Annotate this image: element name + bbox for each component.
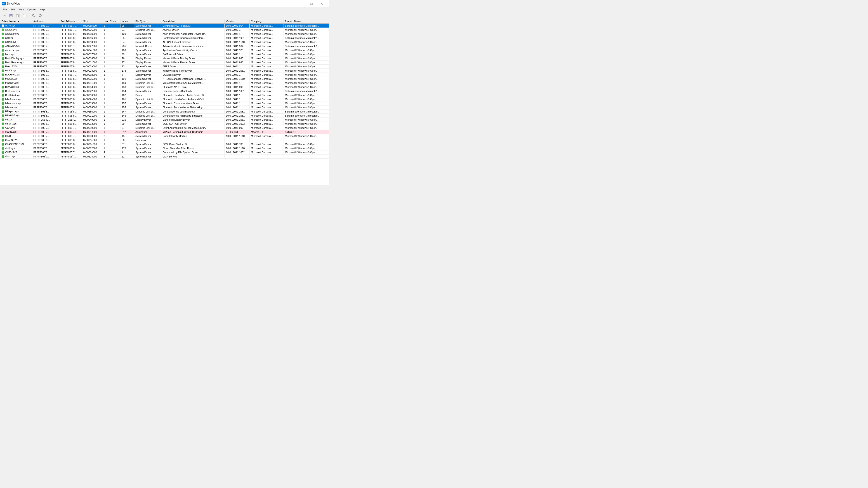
cell-loadcount: 1 [102,113,120,118]
cell-index: 162 [120,93,134,97]
cell-loadcount: 1 [102,64,120,68]
toolbar-save-button[interactable] [8,13,14,19]
driver-name-text: BthA2dp.sys [5,86,19,88]
row-status-icon [2,94,4,97]
cell-company: Microsoft Corpora... [250,101,283,105]
window-controls: — □ ✕ [296,0,327,7]
cell-productname: Sistema operativo Microsoft®... [283,109,329,113]
close-button[interactable]: ✕ [317,0,327,7]
cell-index: 216 [120,118,134,122]
cell-description: Bluetooth Hands-Free Audio and Call... [161,97,225,101]
table-row[interactable]: CimFS.SYSFFFFF805`8...FFFFF805`8...0x000… [0,138,329,142]
driver-name-text: CI.dll [5,135,11,137]
menu-edit[interactable]: Edit [9,8,17,11]
cell-endaddress: FFFFF805`7... [59,44,82,48]
table-row[interactable]: ahcache.sysFFFFF805`8...FFFFF805`8...0x0… [0,48,329,52]
table-row[interactable]: acpipagr.sysFFFFF805`9...FFFFF805`9...0x… [0,32,329,36]
table-row[interactable]: afunix.sysFFFFF805`8...FFFFF805`8...0x00… [0,40,329,44]
table-row[interactable]: BthEnum.sysFFFFF805`8...FFFFF805`8...0x0… [0,89,329,93]
header-size[interactable]: Size [82,19,102,24]
driver-table-container[interactable]: Driver Name ▲ Address End Address Size L… [0,19,329,185]
table-row[interactable]: AgileVpn.sysFFFFF805`7...FFFFF805`7...0x… [0,44,329,48]
table-row[interactable]: Beep.SYSFFFFF805`8...FFFFF805`8...0x0000… [0,64,329,68]
table-row[interactable]: bthmodem.sysFFFFF805`8...FFFFF805`8...0x… [0,101,329,105]
menu-file[interactable]: File [1,8,9,11]
table-row[interactable]: btampm.sysFFFFF805`8...FFFFF805`8...0x00… [0,81,329,85]
driver-name-text: BasicRender.sys [5,61,24,64]
table-row[interactable]: bthhfenum.sysFFFFF805`8...FFFFF805`8...0… [0,97,329,101]
cell-address: FFFFF805`8... [32,109,59,113]
menu-view[interactable]: View [17,8,26,11]
table-row[interactable]: cdd.dllFFFFF25B`E...FFFFF25B`E...0x00049… [0,118,329,122]
row-status-icon [2,65,4,68]
cell-filetype: Dynamic Link Li... [134,85,161,89]
cell-productname: Microsoft® Windows® Oper... [283,48,329,52]
maximize-button[interactable]: □ [306,0,317,7]
table-row[interactable]: CLASSPNP.SYSFFFFF805`8...FFFFF805`8...0x… [0,142,329,146]
cell-index: 161 [120,97,134,101]
cell-version: 10.0.19041.789 [224,142,249,146]
header-company[interactable]: Company [250,19,283,24]
table-row[interactable]: bindflt.sysFFFFF805`8...FFFFF805`8...0x0… [0,69,329,73]
menu-options[interactable]: Options [26,8,38,11]
cell-index: 11 [120,155,134,159]
driver-name-text: afunix.sys [5,40,16,43]
cell-size: 0x00032000 [82,122,102,126]
table-row[interactable]: bam.sysFFFFF805`8...FFFFF805`8...0x00017… [0,52,329,56]
table-row[interactable]: CEA.sysFFFFF805`7...FFFFF805`7...0x00019… [0,126,329,130]
cell-productname: Sistema operativo Microsoft®... [283,89,329,93]
header-driver-name[interactable]: Driver Name ▲ [0,19,32,24]
header-load-count[interactable]: Load Count [102,19,120,24]
toolbar-search-button[interactable] [30,13,37,19]
table-row[interactable]: BOOTVID.dllFFFFF805`7...FFFFF805`7...0x0… [0,73,329,77]
header-index[interactable]: Index [120,19,134,24]
table-row[interactable]: BTHport.sysFFFFF805`8...FFFFF805`8...0x0… [0,109,329,113]
toolbar-new-button[interactable] [1,13,7,19]
cell-company: Microsoft Corpora... [250,105,283,109]
toolbar-folder-button[interactable] [22,13,28,19]
cell-company: Microsoft Corpora... [250,60,283,64]
cell-productname: Microsoft® Windows® Oper... [283,142,329,146]
header-file-type[interactable]: File Type [134,19,161,24]
header-address[interactable]: Address [32,19,59,24]
toolbar-refresh-button[interactable] [37,13,43,19]
cell-description: Canonical Display Driver [161,118,225,122]
table-row[interactable]: bowser.sysFFFFF805`8...FFFFF805`8...0x00… [0,77,329,81]
cell-size: 0x00016000 [82,93,102,97]
table-row[interactable]: ACPI.sysFFFFF805`7...FFFFF805`7...0x000c… [0,24,329,28]
cell-company: Microsoft Corpora... [250,97,283,101]
driver-table: Driver Name ▲ Address End Address Size L… [0,19,329,159]
row-status-icon [2,61,4,64]
table-row[interactable]: BasicDisplay.sysFFFFF805`8...FFFFF805`8.… [0,56,329,60]
table-row[interactable]: bthpan.sysFFFFF805`8...FFFFF805`8...0x00… [0,105,329,109]
table-row[interactable]: CLFS.SYSFFFFF805`7...FFFFF805`7...0x0006… [0,150,329,154]
cell-version: 10.0.19041.1081 [224,109,249,113]
minimize-button[interactable]: — [296,0,306,7]
cell-address: FFFFF805`7... [32,134,59,138]
table-row[interactable]: cdrom.sysFFFFF805`8...FFFFF805`8...0x000… [0,122,329,126]
table-row[interactable]: acpiex.sysFFFFF805`7...FFFFF805`7...0x00… [0,28,329,32]
cell-endaddress: FFFFF805`8... [59,89,82,93]
cell-company: Microsoft Corpora... [250,24,283,28]
header-end-address[interactable]: End Address [59,19,82,24]
table-row[interactable]: clnsp.sysFFFFF805`7...FFFFF805`7...0x001… [0,155,329,159]
cell-size: 0x0004e000 [82,48,102,52]
table-row[interactable]: CI.dllFFFFF805`7...FFFFF805`7...0x000e30… [0,134,329,138]
header-description[interactable]: Description [161,19,225,24]
table-row[interactable]: BthA2dp.sysFFFFF805`8...FFFFF805`8...0x0… [0,85,329,89]
header-product-name[interactable]: Product Name [283,19,329,24]
table-row[interactable]: cfwids.sysFFFFF805`7...FFFFF805`7...0x00… [0,130,329,134]
cell-endaddress: FFFFF805`8... [59,85,82,89]
table-row[interactable]: afd.sysFFFFF805`8...FFFFF805`8...0x000a6… [0,36,329,40]
table-row[interactable]: BthHfAud.sysFFFFF805`8...FFFFF805`8...0x… [0,93,329,97]
menu-help[interactable]: Help [38,8,46,11]
header-version[interactable]: Version [224,19,249,24]
table-row[interactable]: BasicRender.sysFFFFF805`8...FFFFF805`8..… [0,60,329,64]
cell-description: Controlador de función suplementari... [161,36,225,40]
cell-description: BAM Kernel Driver [161,52,225,56]
table-row[interactable]: cldflt.sysFFFFF805`8...FFFFF805`8...0x00… [0,146,329,150]
table-row[interactable]: BTHUSB.sysFFFFF805`8...FFFFF805`8...0x00… [0,113,329,118]
toolbar-copy-button[interactable] [15,13,21,19]
cell-filetype: System Driver [134,48,161,52]
cell-endaddress: FFFFF805`8... [59,36,82,40]
